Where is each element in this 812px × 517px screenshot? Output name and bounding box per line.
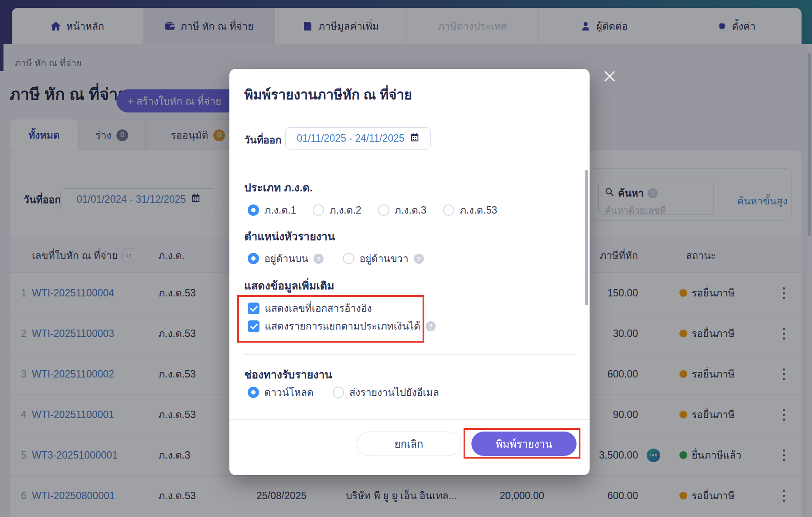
divider (229, 419, 590, 420)
close-icon[interactable] (603, 70, 616, 83)
extra-info-section-title: แสดงข้อมูลเพิ่มเติม (244, 277, 334, 294)
radio-icon (333, 387, 344, 398)
divider (244, 171, 575, 171)
help-icon[interactable]: ? (426, 321, 436, 331)
modal-date-range-value: 01/11/2025 - 24/11/2025 (297, 133, 404, 144)
radio-icon (343, 253, 354, 264)
radio-pnd-1[interactable]: ภ.ง.ด.1 (248, 202, 296, 218)
print-report-modal: พิมพ์รายงานภาษีหัก ณ ที่จ่าย วันที่ออก 0… (229, 69, 590, 475)
header-position-section-title: ตำแหน่งหัวรายงาน (244, 228, 335, 245)
radio-icon (378, 204, 389, 216)
radio-icon (248, 253, 259, 264)
radio-header-top[interactable]: อยู่ด้านบน ? (248, 251, 324, 266)
help-icon[interactable]: ? (414, 254, 424, 264)
radio-pnd-2[interactable]: ภ.ง.ด.2 (313, 202, 361, 218)
radio-send-email[interactable]: ส่งรายงานไปยังอีเมล (333, 384, 439, 400)
modal-issue-date-label: วันที่ออก (244, 132, 281, 148)
modal-scrollbar-thumb[interactable] (585, 170, 588, 305)
radio-icon (248, 204, 259, 216)
pnd-section-title: ประเภท ภ.ง.ด. (244, 179, 313, 196)
divider (244, 354, 575, 355)
calendar-icon (410, 133, 420, 145)
annotation-box-checkboxes (237, 295, 424, 343)
modal-title: พิมพ์รายงานภาษีหัก ณ ที่จ่าย (244, 84, 412, 105)
radio-icon (313, 204, 324, 216)
radio-pnd-53[interactable]: ภ.ง.ด.53 (443, 202, 497, 218)
radio-icon (248, 387, 259, 398)
cancel-button[interactable]: ยกเลิก (357, 432, 461, 456)
radio-icon (443, 204, 454, 216)
channel-section-title: ช่องทางรับรายงาน (244, 366, 332, 383)
help-icon[interactable]: ? (314, 254, 324, 264)
annotation-box-print-button (464, 428, 580, 459)
radio-header-right[interactable]: อยู่ด้านขวา ? (343, 251, 423, 266)
radio-download[interactable]: ดาวน์โหลด (248, 384, 314, 400)
radio-pnd-3[interactable]: ภ.ง.ด.3 (378, 202, 426, 218)
app-window: หน้าหลัก ภาษี หัก ณ ที่จ่าย ภาษีมูลค่าเพ… (0, 0, 812, 517)
modal-date-range-input[interactable]: 01/11/2025 - 24/11/2025 (285, 127, 431, 150)
